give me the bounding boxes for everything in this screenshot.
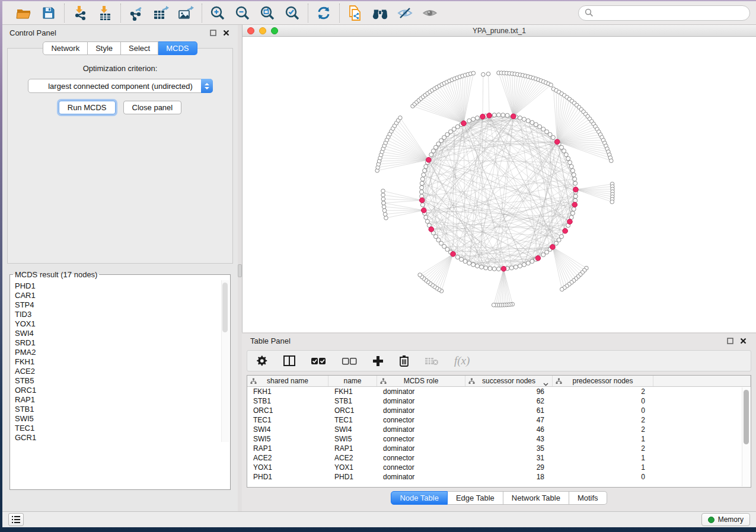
float-panel-button[interactable] bbox=[208, 28, 218, 37]
open-file-button[interactable] bbox=[15, 5, 32, 21]
table-row[interactable]: SWI4SWI4dominator462 bbox=[247, 425, 751, 434]
mcds-result-item[interactable]: FKH1 bbox=[15, 357, 229, 367]
mcds-result-item[interactable]: RAP1 bbox=[15, 395, 229, 405]
run-mcds-button[interactable]: Run MCDS bbox=[59, 101, 116, 114]
table-row[interactable]: ACE2ACE2connector311 bbox=[247, 453, 751, 463]
tab-motifs[interactable]: Motifs bbox=[569, 491, 607, 505]
mcds-result-item[interactable]: TEC1 bbox=[15, 424, 229, 433]
mcds-result-list[interactable]: PHD1CAR1STP4TID3YOX1SWI4SRD1PMA2FKH1ACE2… bbox=[11, 280, 229, 443]
column-header-shared-name[interactable]: shared name bbox=[247, 376, 328, 386]
table-row[interactable]: ORC1ORC1dominator610 bbox=[247, 406, 751, 415]
tab-select[interactable]: Select bbox=[121, 41, 158, 55]
export-table-button[interactable] bbox=[153, 5, 170, 21]
column-header-predecessor-nodes[interactable]: predecessor nodes bbox=[553, 376, 653, 386]
show-all-button[interactable] bbox=[422, 5, 438, 21]
first-neighbors-button[interactable] bbox=[372, 5, 388, 21]
mcds-result-item[interactable]: STP4 bbox=[15, 300, 229, 310]
mcds-result-item[interactable]: GCR1 bbox=[15, 433, 229, 443]
tab-network-table[interactable]: Network Table bbox=[503, 491, 569, 505]
mcds-result-item[interactable]: CAR1 bbox=[15, 291, 229, 300]
cell-name: SWI5 bbox=[328, 435, 377, 443]
import-table-button[interactable] bbox=[97, 5, 113, 21]
cell-shared-name: ORC1 bbox=[247, 406, 328, 415]
mcds-result-item[interactable]: TID3 bbox=[15, 310, 229, 319]
export-image-button[interactable] bbox=[178, 5, 194, 21]
tab-mcds[interactable]: MCDS bbox=[158, 41, 197, 55]
node-table[interactable]: shared namenameMCDS rolesuccessor nodesp… bbox=[247, 375, 751, 488]
zoom-in-button[interactable] bbox=[209, 5, 226, 21]
table-settings-button[interactable] bbox=[257, 355, 268, 367]
cell-predecessor-nodes: 1 bbox=[553, 454, 653, 462]
memory-button[interactable]: Memory bbox=[701, 513, 750, 526]
table-row[interactable]: PHD1PHD1dominator180 bbox=[247, 472, 751, 482]
column-header-MCDS-role[interactable]: MCDS role bbox=[377, 376, 465, 386]
copy-network-button[interactable] bbox=[347, 5, 363, 21]
mcds-result-item[interactable]: SWI4 bbox=[15, 329, 229, 338]
close-table-panel-button[interactable] bbox=[738, 336, 748, 345]
mcds-result-item[interactable]: STB1 bbox=[15, 405, 229, 414]
panel-splitter[interactable] bbox=[238, 25, 242, 511]
task-history-button[interactable] bbox=[8, 513, 24, 526]
network-graph[interactable] bbox=[243, 37, 756, 332]
mcds-tab-content: Optimization criterion: largest connecte… bbox=[7, 48, 233, 264]
close-panel-action-button[interactable]: Close panel bbox=[123, 101, 182, 114]
mcds-result-item[interactable]: ACE2 bbox=[15, 367, 229, 376]
delete-column-button[interactable] bbox=[399, 355, 409, 367]
export-network-button[interactable] bbox=[128, 5, 145, 21]
mcds-result-item[interactable]: PHD1 bbox=[15, 281, 229, 291]
table-row[interactable]: SWI5SWI5connector431 bbox=[247, 434, 751, 444]
zoom-fit-button[interactable] bbox=[259, 5, 276, 21]
cell-MCDS-role: dominator bbox=[377, 397, 465, 405]
function-builder-button[interactable]: f(x) bbox=[454, 354, 470, 367]
cell-MCDS-role: dominator bbox=[377, 444, 465, 453]
mcds-result-item[interactable]: STB5 bbox=[15, 376, 229, 386]
network-canvas[interactable] bbox=[243, 37, 756, 332]
splitter-grip[interactable] bbox=[238, 264, 242, 277]
main-toolbar bbox=[2, 1, 756, 25]
tab-style[interactable]: Style bbox=[88, 41, 121, 55]
trash-icon bbox=[399, 355, 409, 367]
export-image-icon bbox=[178, 5, 194, 21]
mcds-hub-node bbox=[429, 227, 434, 232]
mcds-result-item[interactable]: SRD1 bbox=[15, 338, 229, 348]
mcds-result-item[interactable]: PMA2 bbox=[15, 348, 229, 357]
column-header-name[interactable]: name bbox=[328, 376, 377, 386]
split-view-button[interactable] bbox=[283, 355, 295, 366]
table-row[interactable]: FKH1FKH1dominator962 bbox=[247, 387, 751, 396]
hide-selected-button[interactable] bbox=[397, 5, 413, 21]
zoom-out-button[interactable] bbox=[234, 5, 251, 21]
search-box[interactable] bbox=[578, 5, 750, 21]
apply-layout-button[interactable] bbox=[315, 5, 332, 21]
network-window-title: YPA_prune.txt_1 bbox=[243, 27, 756, 35]
table-scrollbar[interactable] bbox=[742, 387, 750, 486]
mcds-hub-node bbox=[567, 219, 573, 225]
save-session-button[interactable] bbox=[40, 5, 57, 21]
float-table-panel-button[interactable] bbox=[725, 336, 735, 345]
column-header-successor-nodes[interactable]: successor nodes bbox=[465, 376, 553, 386]
table-row[interactable]: TEC1TEC1connector472 bbox=[247, 415, 751, 425]
table-row[interactable]: YOX1YOX1connector291 bbox=[247, 463, 751, 472]
tab-edge-table[interactable]: Edge Table bbox=[448, 491, 503, 505]
select-all-button[interactable] bbox=[311, 357, 326, 365]
mcds-result-item[interactable]: YOX1 bbox=[15, 319, 229, 329]
table-row[interactable]: STB1STB1dominator620 bbox=[247, 396, 751, 406]
close-panel-button[interactable] bbox=[221, 28, 231, 37]
cell-MCDS-role: dominator bbox=[377, 425, 465, 434]
mcds-result-item[interactable]: SWI5 bbox=[15, 414, 229, 424]
tab-node-table[interactable]: Node Table bbox=[391, 491, 448, 505]
search-input[interactable] bbox=[597, 8, 744, 17]
delete-table-button[interactable] bbox=[425, 357, 439, 366]
cell-successor-nodes: 35 bbox=[465, 444, 553, 453]
tab-network[interactable]: Network bbox=[43, 41, 88, 55]
optimization-criterion-select[interactable]: largest connected component (undirected) bbox=[28, 79, 213, 93]
cell-shared-name: STB1 bbox=[247, 397, 328, 405]
mcds-result-item[interactable]: ORC1 bbox=[15, 386, 229, 395]
table-row[interactable]: RAP1RAP1dominator352 bbox=[247, 444, 751, 453]
add-column-button[interactable] bbox=[372, 355, 384, 367]
deselect-all-button[interactable] bbox=[342, 357, 357, 365]
zoom-selected-button[interactable] bbox=[284, 5, 301, 21]
mcds-list-scrollbar[interactable] bbox=[221, 280, 229, 442]
network-window-titlebar[interactable]: YPA_prune.txt_1 bbox=[243, 25, 756, 37]
tree-icon bbox=[380, 378, 387, 386]
import-network-button[interactable] bbox=[72, 5, 88, 21]
